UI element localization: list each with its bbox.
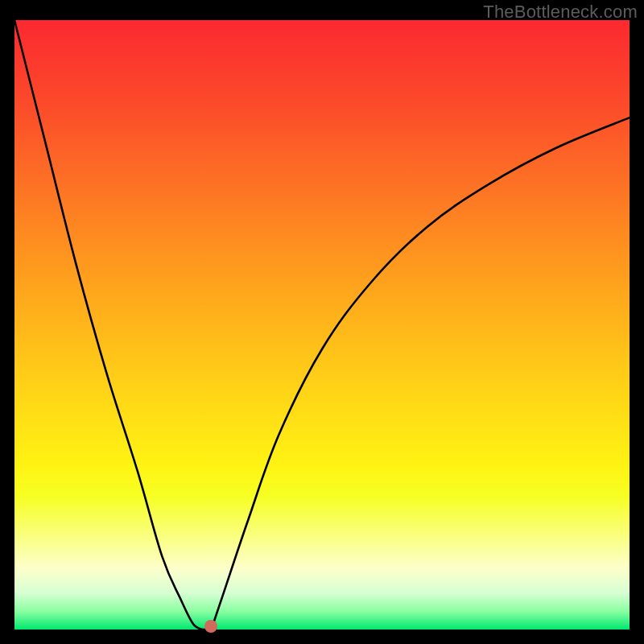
curve-left-branch [14, 20, 202, 630]
chart-frame: TheBottleneck.com [0, 0, 644, 644]
attribution-text: TheBottleneck.com [483, 2, 638, 23]
bottleneck-curve [14, 20, 630, 630]
curve-right-branch [211, 118, 630, 630]
optimum-marker [204, 620, 217, 633]
plot-area [14, 20, 630, 630]
